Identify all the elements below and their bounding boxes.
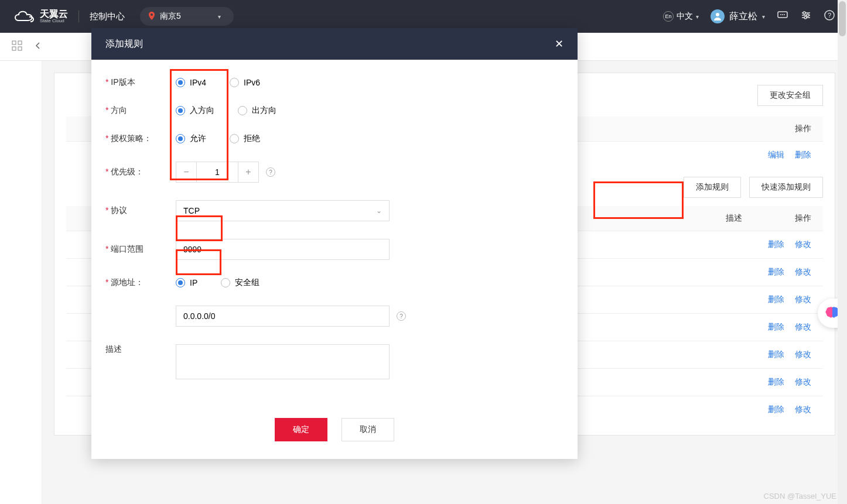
radio-ipv4[interactable]: IPv4 [176,78,206,87]
help-icon[interactable]: ? [397,311,406,321]
cidr-input[interactable] [176,306,390,327]
confirm-button[interactable]: 确定 [275,418,327,441]
close-icon[interactable]: ✕ [555,37,563,50]
help-icon[interactable]: ? [266,167,275,177]
modal-footer: 确定 取消 [91,403,578,459]
stepper-decrement[interactable]: − [176,162,197,183]
protocol-value: TCP [183,206,200,215]
field-desc: 描述 [105,344,563,379]
label-policy: 授权策略： [105,133,176,144]
field-cidr: ? [105,306,563,327]
cancel-button[interactable]: 取消 [341,418,394,441]
label-source: 源地址： [105,277,176,288]
radio-outbound[interactable]: 出方向 [238,105,276,116]
modal-header: 添加规则 ✕ [91,28,578,60]
radio-source-sg[interactable]: 安全组 [221,277,259,288]
description-input[interactable] [176,344,390,379]
radio-inbound[interactable]: 入方向 [176,105,214,116]
add-rule-modal: 添加规则 ✕ IP版本 IPv4 IPv6 方向 入方向 出方向 授权策略： [91,28,578,459]
modal-title: 添加规则 [105,38,143,50]
modal-mask: 添加规则 ✕ IP版本 IPv4 IPv6 方向 入方向 出方向 授权策略： [0,0,847,504]
field-port: 端口范围 [105,239,563,260]
field-policy: 授权策略： 允许 拒绝 [105,133,563,144]
stepper-increment[interactable]: + [238,162,259,183]
field-direction: 方向 入方向 出方向 [105,105,563,116]
label-protocol: 协议 [105,205,176,216]
watermark: CSDN @Tassel_YUE [764,492,836,500]
field-protocol: 协议 TCP ⌄ [105,200,563,221]
label-direction: 方向 [105,105,176,116]
label-desc: 描述 [105,344,176,355]
modal-body: IP版本 IPv4 IPv6 方向 入方向 出方向 授权策略： 允许 拒绝 [91,60,578,403]
radio-allow[interactable]: 允许 [176,133,206,144]
scrollbar-thumb[interactable] [839,1,846,36]
field-priority: 优先级： − + ? [105,162,563,183]
label-port: 端口范围 [105,244,176,255]
priority-input[interactable] [197,162,238,183]
field-ip-version: IP版本 IPv4 IPv6 [105,77,563,88]
field-source: 源地址： IP 安全组 [105,277,563,288]
radio-ipv6[interactable]: IPv6 [230,78,260,87]
label-ip-version: IP版本 [105,77,176,88]
label-priority: 优先级： [105,167,176,177]
port-input[interactable] [176,239,390,260]
protocol-select[interactable]: TCP ⌄ [176,200,390,221]
radio-deny[interactable]: 拒绝 [230,133,260,144]
radio-source-ip[interactable]: IP [176,278,197,287]
priority-stepper: − + [176,162,259,183]
scrollbar[interactable] [838,0,847,504]
chevron-down-icon: ⌄ [376,207,382,215]
